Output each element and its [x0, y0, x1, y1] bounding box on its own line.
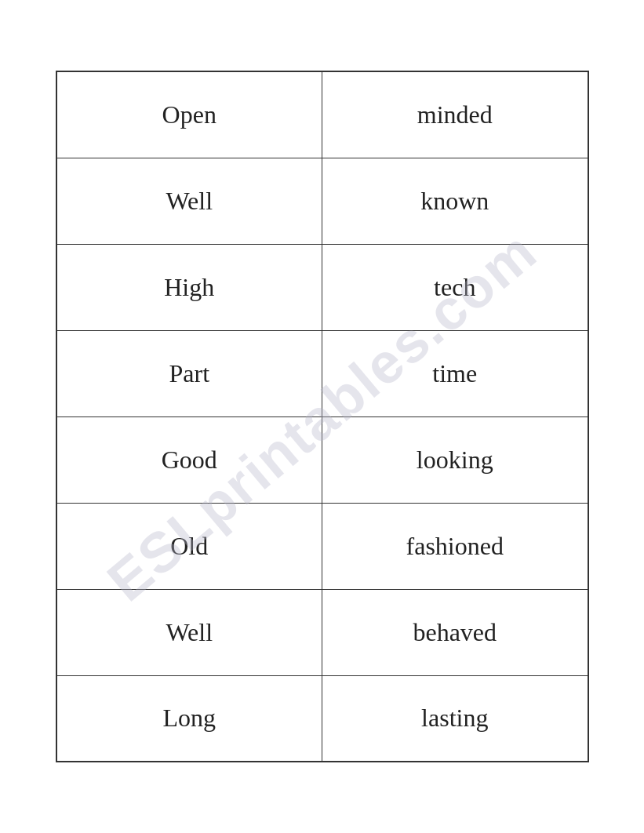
- page-container: ESLprintables.com OpenmindedWellknownHig…: [0, 0, 644, 833]
- left-cell: Open: [56, 71, 322, 158]
- left-cell: Well: [56, 589, 322, 675]
- table-row: Wellknown: [56, 158, 588, 244]
- right-cell: known: [322, 158, 588, 244]
- right-cell: time: [322, 330, 588, 416]
- left-cell: High: [56, 244, 322, 330]
- table-row: Longlasting: [56, 675, 588, 762]
- table-row: Openminded: [56, 71, 588, 158]
- right-cell: looking: [322, 416, 588, 503]
- left-cell: Long: [56, 675, 322, 762]
- left-cell: Part: [56, 330, 322, 416]
- right-cell: minded: [322, 71, 588, 158]
- right-cell: behaved: [322, 589, 588, 675]
- word-table: OpenmindedWellknownHightechParttimeGoodl…: [56, 71, 589, 762]
- table-row: Hightech: [56, 244, 588, 330]
- left-cell: Old: [56, 503, 322, 589]
- right-cell: tech: [322, 244, 588, 330]
- table-row: Goodlooking: [56, 416, 588, 503]
- table-row: Parttime: [56, 330, 588, 416]
- left-cell: Well: [56, 158, 322, 244]
- table-row: Oldfashioned: [56, 503, 588, 589]
- table-row: Wellbehaved: [56, 589, 588, 675]
- right-cell: lasting: [322, 675, 588, 762]
- right-cell: fashioned: [322, 503, 588, 589]
- left-cell: Good: [56, 416, 322, 503]
